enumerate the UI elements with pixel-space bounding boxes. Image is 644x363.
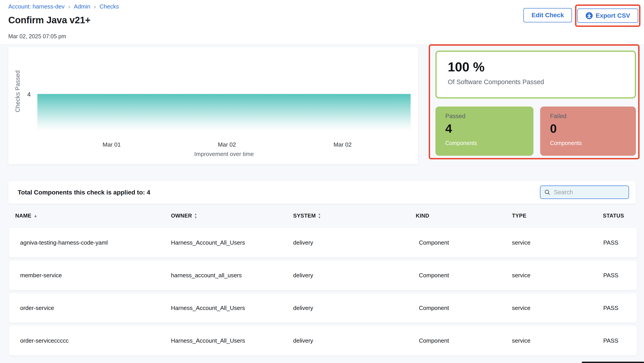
bottom-toast-edge <box>582 362 644 363</box>
export-csv-annotation-highlight: Export CSV <box>575 4 640 27</box>
percent-passed-value: 100 % <box>448 59 635 74</box>
breadcrumb-separator-icon: › <box>94 4 96 10</box>
chart-x-tick: Mar 01 <box>89 141 134 148</box>
chart-x-tick: Mar 02 <box>320 141 365 148</box>
breadcrumb-separator-icon: › <box>68 4 70 10</box>
cell-kind: Component <box>419 337 449 344</box>
search-input[interactable] <box>554 189 633 196</box>
cell-owner: Harness_Account_All_Users <box>171 337 245 344</box>
column-header-kind: KIND <box>416 212 429 219</box>
cell-name: order-service <box>20 304 54 312</box>
export-csv-label: Export CSV <box>596 12 630 19</box>
total-components-summary: Total Components this check is applied t… <box>18 189 150 196</box>
table-row[interactable]: order-service Harness_Account_All_Users … <box>9 293 637 323</box>
cell-system: delivery <box>293 337 313 344</box>
column-header-system-label: SYSTEM <box>293 212 316 219</box>
cell-kind: Component <box>419 272 449 279</box>
cell-system: delivery <box>293 304 313 312</box>
cell-status: PASS <box>603 272 618 279</box>
chart-area-series <box>37 94 410 131</box>
cell-system: delivery <box>293 239 313 246</box>
table-search-box[interactable] <box>540 186 629 199</box>
sort-down-arrow: ▼ <box>194 216 197 219</box>
column-header-name-label: NAME <box>15 212 31 219</box>
chart-x-axis-caption: Improvement over time <box>37 150 410 158</box>
percent-passed-caption: Of Software Components Passed <box>448 78 635 86</box>
passed-value: 4 <box>445 122 534 136</box>
column-header-name[interactable]: NAME ▲ <box>15 212 38 219</box>
table-header-row: NAME ▲ OWNER ▲ ▼ SYSTEM ▲ ▼ KIND TYPE ST… <box>0 212 644 221</box>
breadcrumb: Account: harness-dev › Admin › Checks <box>8 3 119 10</box>
total-components-bar: Total Components this check is applied t… <box>8 181 636 204</box>
table-row[interactable]: agniva-testing-harness-code-yaml Harness… <box>9 228 637 257</box>
passed-components-card: Passed 4 Components <box>436 106 534 156</box>
cell-owner: Harness_Account_All_Users <box>171 239 245 246</box>
sort-up-arrow: ▲ <box>318 212 321 216</box>
cell-name: agniva-testing-harness-code-yaml <box>20 239 108 246</box>
breadcrumb-admin-link[interactable]: Admin <box>74 3 90 10</box>
cell-owner: Harness_Account_All_Users <box>171 304 245 312</box>
page-title: Confirm Java v21+ <box>8 15 90 26</box>
failed-components-card: Failed 0 Components <box>540 106 636 156</box>
failed-value: 0 <box>550 122 636 136</box>
percent-passed-card: 100 % Of Software Components Passed <box>436 50 636 98</box>
column-header-status-label: STATUS <box>603 212 624 219</box>
chart-x-tick: Mar 02 <box>204 141 249 148</box>
checks-passed-chart: Checks Passed 4 Mar 01 Mar 02 Mar 02 Imp… <box>8 47 418 164</box>
cell-system: delivery <box>293 272 313 279</box>
search-icon <box>544 189 551 196</box>
column-header-system[interactable]: SYSTEM ▲ ▼ <box>293 212 321 219</box>
column-header-type-label: TYPE <box>512 212 526 219</box>
cell-type: service <box>512 304 530 312</box>
column-header-status: STATUS <box>603 212 624 219</box>
cell-name: order-serviceccccc <box>20 337 69 344</box>
cell-status: PASS <box>603 239 618 246</box>
cell-name: member-service <box>20 272 62 279</box>
failed-unit: Components <box>550 140 636 146</box>
cell-type: service <box>512 337 530 344</box>
sort-both-icon: ▲ ▼ <box>194 212 197 219</box>
failed-label: Failed <box>550 113 636 120</box>
sort-ascending-icon: ▲ <box>34 214 37 218</box>
cell-type: service <box>512 239 530 246</box>
check-timestamp: Mar 02, 2025 07:05 pm <box>8 33 66 40</box>
sort-up-arrow: ▲ <box>194 212 197 216</box>
column-header-type: TYPE <box>512 212 526 219</box>
cell-type: service <box>512 272 530 279</box>
cell-status: PASS <box>603 304 618 312</box>
column-header-owner-label: OWNER <box>171 212 192 219</box>
table-row[interactable]: member-service harness_account_all_users… <box>9 260 637 290</box>
sort-down-arrow: ▼ <box>318 216 321 219</box>
breadcrumb-checks-link[interactable]: Checks <box>100 3 119 10</box>
cell-kind: Component <box>419 239 449 246</box>
checks-detail-page: Account: harness-dev › Admin › Checks Co… <box>0 0 644 363</box>
page-header: Account: harness-dev › Admin › Checks Co… <box>0 0 644 44</box>
edit-check-button[interactable]: Edit Check <box>524 8 572 22</box>
passed-unit: Components <box>445 140 534 146</box>
stats-panel-annotation-highlight: 100 % Of Software Components Passed Pass… <box>429 44 640 159</box>
sort-both-icon: ▲ ▼ <box>318 212 321 219</box>
header-actions: Edit Check Export CSV <box>524 4 640 27</box>
cell-owner: harness_account_all_users <box>171 272 242 279</box>
table-row[interactable]: order-serviceccccc Harness_Account_All_U… <box>9 326 637 356</box>
column-header-owner[interactable]: OWNER ▲ ▼ <box>171 212 197 219</box>
cell-status: PASS <box>603 337 618 344</box>
passed-label: Passed <box>445 113 534 120</box>
chart-y-tick: 4 <box>17 91 31 98</box>
download-icon <box>585 12 593 20</box>
cell-kind: Component <box>419 304 449 312</box>
export-csv-button[interactable]: Export CSV <box>577 8 638 23</box>
breadcrumb-account-link[interactable]: Account: harness-dev <box>8 3 64 10</box>
column-header-kind-label: KIND <box>416 212 429 219</box>
